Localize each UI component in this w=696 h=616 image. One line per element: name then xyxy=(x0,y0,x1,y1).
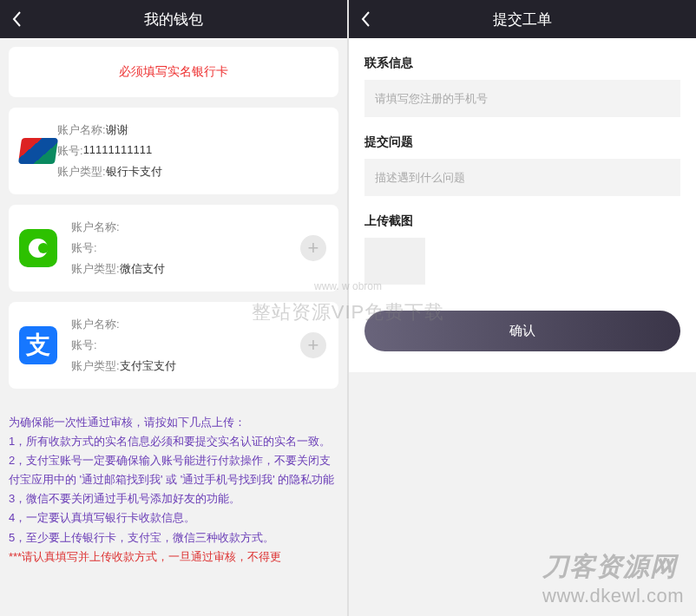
account-card[interactable]: 支账户名称:账号:账户类型:支付宝支付+ xyxy=(9,302,338,389)
alipay-icon: 支 xyxy=(19,326,57,364)
add-account-button[interactable]: + xyxy=(300,235,326,261)
account-type-value: 支付宝支付 xyxy=(120,358,176,374)
account-body: 账户名称:账号:账户类型:微信支付 xyxy=(71,217,328,279)
wallet-title: 我的钱包 xyxy=(144,10,203,29)
wallet-content: 必须填写实名银行卡 账户名称:谢谢账号:11111111111账户类型:银行卡支… xyxy=(0,38,347,408)
instruction-line: 3，微信不要关闭通过手机号添加好友的功能。 xyxy=(9,489,338,508)
ticket-title: 提交工单 xyxy=(493,10,552,29)
upload-label: 上传截图 xyxy=(364,213,680,229)
add-account-button[interactable]: + xyxy=(300,332,326,358)
warning-text: 必须填写实名银行卡 xyxy=(119,64,228,78)
account-number-label: 账号: xyxy=(71,337,97,353)
confirm-button[interactable]: 确认 xyxy=(364,311,680,351)
wallet-header: 我的钱包 xyxy=(0,0,347,38)
ticket-panel: 提交工单 联系信息 提交问题 上传截图 确认 xyxy=(349,0,696,616)
wechat-icon xyxy=(19,229,57,267)
back-button[interactable] xyxy=(359,0,371,38)
account-type-label: 账户类型: xyxy=(71,261,120,277)
wallet-panel: 我的钱包 必须填写实名银行卡 账户名称:谢谢账号:11111111111账户类型… xyxy=(0,0,349,616)
account-name-label: 账户名称: xyxy=(71,220,120,235)
contact-label: 联系信息 xyxy=(364,56,680,71)
ticket-header: 提交工单 xyxy=(349,0,696,38)
instructions-intro: 为确保能一次性通过审核，请按如下几点上传： xyxy=(9,413,338,432)
instructions: 为确保能一次性通过审核，请按如下几点上传： 1，所有收款方式的实名信息必须和要提… xyxy=(0,408,347,575)
warning-box: 必须填写实名银行卡 xyxy=(9,47,338,97)
issue-input[interactable] xyxy=(364,159,680,196)
account-type-label: 账户类型: xyxy=(57,164,106,180)
instructions-warning: ***请认真填写并上传收款方式，一旦通过审核，不得更 xyxy=(9,547,338,567)
account-number-label: 账号: xyxy=(57,143,83,159)
instruction-line: 5，至少要上传银行卡，支付宝，微信三种收款方式。 xyxy=(9,528,338,547)
instruction-line: 1，所有收款方式的实名信息必须和要提交实名认证的实名一致。 xyxy=(9,432,338,451)
chevron-left-icon xyxy=(10,10,23,28)
account-body: 账户名称:谢谢账号:11111111111账户类型:银行卡支付 xyxy=(57,120,328,182)
account-name-label: 账户名称: xyxy=(57,122,106,138)
account-name-value: 谢谢 xyxy=(106,122,128,138)
chevron-left-icon xyxy=(359,10,371,28)
account-card[interactable]: 账户名称:谢谢账号:11111111111账户类型:银行卡支付 xyxy=(9,108,338,194)
upload-box[interactable] xyxy=(364,238,425,285)
instruction-line: 4，一定要认真填写银行卡收款信息。 xyxy=(9,508,338,528)
unionpay-icon xyxy=(19,132,57,170)
account-name-label: 账户名称: xyxy=(71,317,120,332)
account-number-label: 账号: xyxy=(71,240,97,256)
back-button[interactable] xyxy=(10,0,23,38)
contact-input[interactable] xyxy=(364,80,680,117)
issue-label: 提交问题 xyxy=(364,134,680,150)
account-card[interactable]: 账户名称:账号:账户类型:微信支付+ xyxy=(9,205,338,292)
account-type-value: 银行卡支付 xyxy=(106,164,162,180)
account-number-value: 11111111111 xyxy=(83,143,153,159)
ticket-form: 联系信息 提交问题 上传截图 确认 xyxy=(349,38,696,372)
account-type-value: 微信支付 xyxy=(120,261,165,277)
account-type-label: 账户类型: xyxy=(71,358,120,374)
instruction-line: 2，支付宝账号一定要确保输入账号能进行付款操作，不要关闭支付宝应用中的 '通过邮… xyxy=(9,451,338,489)
account-body: 账户名称:账号:账户类型:支付宝支付 xyxy=(71,314,328,377)
